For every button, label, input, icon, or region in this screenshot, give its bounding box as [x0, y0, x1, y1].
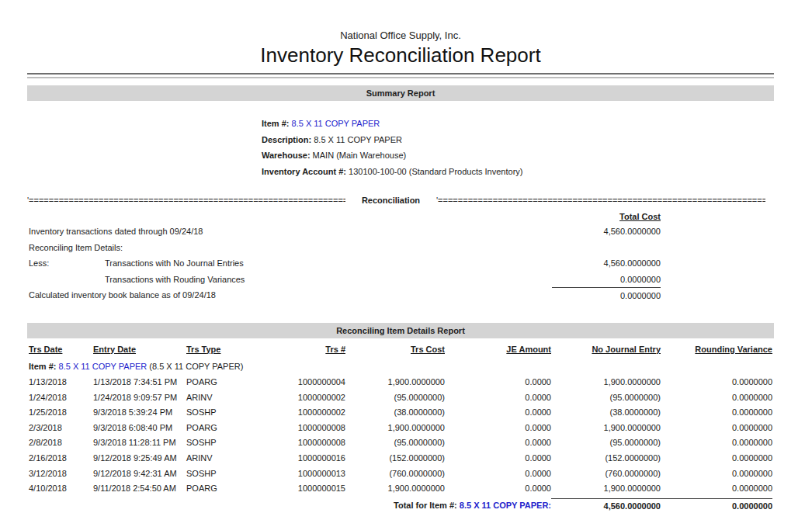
company-name: National Office Supply, Inc. — [27, 0, 774, 41]
table-row: 2/16/2018 9/12/2018 9:25:49 AM ARINV 100… — [27, 451, 774, 466]
header-divider — [27, 73, 774, 78]
cell-entry-date: 9/12/2018 9:42:31 AM — [93, 466, 186, 482]
cell-je-amount: 0.0000 — [445, 481, 551, 497]
reconciliation-title: Reconciliation — [345, 196, 436, 205]
summary-warehouse-row: Warehouse: MAIN (Main Warehouse) — [262, 147, 774, 164]
recon-row-transactions-dated: Inventory transactions dated through 09/… — [27, 224, 774, 240]
report-page: National Office Supply, Inc. Inventory R… — [27, 0, 774, 514]
cell-no-journal-entry: (38.0000000) — [551, 405, 661, 421]
cell-no-journal-entry: 1,900.0000000 — [551, 421, 661, 436]
recon-row-amount — [552, 240, 661, 256]
cell-entry-date: 9/3/2018 11:28:11 PM — [93, 435, 186, 451]
cell-no-journal-entry: (95.0000000) — [551, 435, 661, 451]
cell-trs-number: 1000000008 — [268, 421, 345, 436]
divider-line-light — [27, 77, 774, 78]
cell-rounding-variance: 0.0000000 — [661, 375, 772, 390]
details-item-line: Item #: 8.5 X 11 COPY PAPER (8.5 X 11 CO… — [27, 359, 774, 374]
cell-trs-cost: 1,900.0000000 — [345, 375, 445, 390]
cell-trs-type: SOSHP — [186, 405, 268, 421]
table-row: 4/10/2018 9/11/2018 2:54:50 AM POARG 100… — [27, 481, 774, 497]
recon-row-label: Calculated inventory book balance as of … — [27, 287, 552, 304]
summary-account-row: Inventory Account #: 130100-100-00 (Stan… — [262, 164, 774, 180]
inventory-account-label: Inventory Account #: — [262, 167, 346, 176]
cell-je-amount: 0.0000 — [445, 451, 551, 466]
col-header-entry-date: Entry Date — [93, 342, 186, 358]
col-header-trs-cost: Trs Cost — [345, 342, 445, 358]
cell-trs-cost: (760.0000000) — [345, 466, 445, 482]
summary-section-header: Summary Report — [27, 85, 774, 101]
recon-row-label-text: Transactions with No Journal Entries — [105, 258, 244, 268]
cell-trs-date: 2/3/2018 — [27, 421, 93, 436]
cell-trs-cost: (152.0000000) — [345, 451, 445, 466]
details-item-suffix: (8.5 X 11 COPY PAPER) — [149, 362, 243, 371]
total-cost-header-row: Total Cost — [27, 212, 774, 221]
cell-trs-cost: (95.0000000) — [345, 435, 445, 451]
cell-trs-number: 1000000002 — [268, 390, 345, 406]
cell-trs-type: POARG — [186, 375, 268, 390]
total-item-link[interactable]: 8.5 X 11 COPY PAPER: — [460, 501, 551, 510]
cell-rounding-variance: 0.0000000 — [661, 481, 772, 497]
cell-trs-date: 1/25/2018 — [27, 405, 93, 421]
divider-equals-right: '=======================================… — [436, 196, 765, 205]
cell-trs-number: 1000000004 — [268, 375, 345, 390]
summary-description-row: Description: 8.5 X 11 COPY PAPER — [262, 132, 774, 148]
cell-trs-date: 4/10/2018 — [27, 481, 93, 497]
divider-equals-left: '=======================================… — [27, 196, 345, 205]
table-row: 1/24/2018 1/24/2018 9:09:57 PM ARINV 100… — [27, 390, 774, 406]
cell-je-amount: 0.0000 — [445, 435, 551, 451]
cell-trs-date: 3/12/2018 — [27, 466, 93, 482]
cell-rounding-variance: 0.0000000 — [661, 421, 772, 436]
recon-row-amount: 0.0000000 — [552, 287, 661, 304]
cell-rounding-variance: 0.0000000 — [661, 390, 772, 406]
summary-item-row: Item #: 8.5 X 11 COPY PAPER — [262, 116, 774, 132]
table-row: 2/3/2018 9/3/2018 6:08:40 PM POARG 10000… — [27, 421, 774, 436]
cell-trs-type: POARG — [186, 481, 268, 497]
col-header-trs-number: Trs # — [268, 342, 345, 358]
recon-row-amount: 4,560.0000000 — [552, 255, 661, 272]
reconciliation-rows: Inventory transactions dated through 09/… — [27, 224, 774, 304]
reconciliation-divider: '=======================================… — [27, 196, 774, 205]
summary-fields: Item #: 8.5 X 11 COPY PAPER Description:… — [262, 116, 774, 179]
cell-trs-number: 1000000002 — [268, 405, 345, 421]
cell-trs-date: 1/13/2018 — [27, 375, 93, 390]
recon-row-amount: 4,560.0000000 — [552, 224, 661, 240]
cell-trs-number: 1000000008 — [268, 435, 345, 451]
recon-row-label: Inventory transactions dated through 09/… — [27, 224, 552, 240]
cell-rounding-variance: 0.0000000 — [661, 435, 772, 451]
cell-no-journal-entry: 1,900.0000000 — [551, 375, 661, 390]
cell-entry-date: 1/24/2018 9:09:57 PM — [93, 390, 186, 406]
cell-je-amount: 0.0000 — [445, 405, 551, 421]
cell-trs-cost: 1,900.0000000 — [345, 421, 445, 436]
cell-rounding-variance: 0.0000000 — [661, 405, 772, 421]
description-label: Description: — [262, 135, 311, 144]
cell-trs-type: ARINV — [186, 451, 268, 466]
recon-row-no-journal-entries: Less: Transactions with No Journal Entri… — [27, 255, 774, 272]
total-no-journal-entry: 4,560.0000000 — [551, 498, 661, 515]
cell-trs-cost: (38.0000000) — [345, 405, 445, 421]
item-number-label: Item #: — [262, 119, 289, 128]
cell-trs-number: 1000000015 — [268, 481, 345, 497]
cell-rounding-variance: 0.0000000 — [661, 451, 772, 466]
details-item-link[interactable]: 8.5 X 11 COPY PAPER — [59, 362, 147, 371]
recon-row-reconciling-details: Reconciling Item Details: — [27, 240, 774, 256]
col-header-je-amount: JE Amount — [445, 342, 551, 358]
cell-trs-type: ARINV — [186, 390, 268, 406]
cell-entry-date: 9/11/2018 2:54:50 AM — [93, 481, 186, 497]
item-number-link[interactable]: 8.5 X 11 COPY PAPER — [292, 119, 380, 128]
cell-trs-date: 1/24/2018 — [27, 390, 93, 406]
table-row: 3/12/2018 9/12/2018 9:42:31 AM SOSHP 100… — [27, 466, 774, 482]
details-total-row: Total for Item #: 8.5 X 11 COPY PAPER: 4… — [27, 498, 774, 515]
cell-trs-date: 2/8/2018 — [27, 435, 93, 451]
cell-no-journal-entry: (152.0000000) — [551, 451, 661, 466]
col-header-trs-date: Trs Date — [27, 342, 93, 358]
details-column-headers: Trs Date Entry Date Trs Type Trs # Trs C… — [27, 342, 774, 358]
inventory-account-value: 130100-100-00 (Standard Products Invento… — [349, 167, 522, 176]
details-table-body: 1/13/2018 1/13/2018 7:34:51 PM POARG 100… — [27, 375, 774, 497]
recon-row-label: Reconciling Item Details: — [27, 240, 552, 256]
cell-je-amount: 0.0000 — [445, 466, 551, 482]
total-label: Total for Item #: 8.5 X 11 COPY PAPER: — [27, 498, 551, 515]
cell-entry-date: 9/3/2018 5:39:24 PM — [93, 405, 186, 421]
total-label-text: Total for Item #: — [394, 501, 457, 510]
cell-trs-type: SOSHP — [186, 435, 268, 451]
description-value: 8.5 X 11 COPY PAPER — [314, 135, 402, 144]
